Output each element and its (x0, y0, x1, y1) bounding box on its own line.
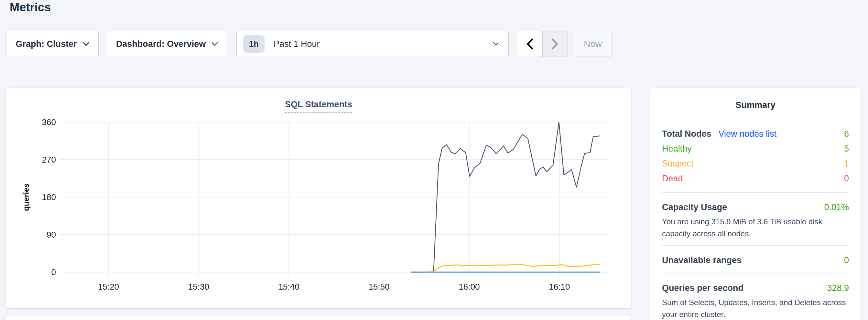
x-tick-label: 15:20 (98, 282, 119, 292)
y-tick-label: 180 (42, 192, 56, 202)
queries-per-second-label: Queries per second (662, 283, 743, 293)
chevron-down-icon (493, 42, 499, 46)
now-button[interactable]: Now (574, 31, 612, 57)
sql-statements-chart-card: 09018027036015:2015:3015:4015:5016:0016:… (6, 88, 631, 308)
capacity-usage-label: Capacity Usage (662, 202, 727, 212)
summary-divider (662, 245, 849, 246)
chart-title-wrap: SQL Statements (6, 100, 631, 113)
summary-panel: Summary Total Nodes View nodes list 6 He… (650, 88, 861, 320)
total-nodes-row: Total Nodes View nodes list 6 (662, 126, 849, 141)
unavailable-ranges-value: 0 (844, 255, 849, 265)
queries-per-second-description: Sum of Selects, Updates, Inserts, and De… (662, 296, 849, 320)
chevron-down-icon (212, 42, 218, 46)
graph-dropdown-label: Graph: Cluster (16, 39, 76, 49)
x-tick-label: 15:30 (188, 282, 209, 292)
page-title: Metrics (10, 1, 51, 14)
total-nodes-value: 6 (844, 129, 849, 139)
unavailable-ranges-label: Unavailable ranges (662, 255, 742, 265)
summary-divider (662, 192, 849, 193)
y-tick-label: 90 (46, 230, 56, 239)
next-chart-card (6, 316, 631, 320)
healthy-label: Healthy (662, 144, 692, 154)
healthy-value: 5 (844, 144, 849, 154)
graph-dropdown[interactable]: Graph: Cluster (6, 31, 99, 57)
queries-per-second-row: Queries per second 328.9 (662, 283, 849, 293)
y-tick-label: 0 (52, 267, 56, 277)
healthy-nodes-row: Healthy 5 (662, 141, 849, 156)
summary-title: Summary (662, 100, 849, 110)
suspect-nodes-row: Suspect 1 (662, 156, 849, 171)
time-range-badge: 1h (243, 35, 265, 53)
metrics-page: Metrics Graph: Cluster Dashboard: Overvi… (0, 0, 868, 320)
dead-nodes-row: Dead 0 (662, 171, 849, 186)
chevron-down-icon (83, 42, 89, 46)
unavailable-ranges-row: Unavailable ranges 0 (662, 255, 849, 265)
chart-title[interactable]: SQL Statements (285, 100, 352, 113)
time-range-label: Past 1 Hour (274, 39, 320, 49)
y-tick-label: 360 (42, 117, 56, 127)
dead-value: 0 (844, 173, 849, 184)
queries-per-second-value: 328.9 (827, 283, 849, 293)
suspect-value: 1 (844, 159, 849, 169)
capacity-usage-description: You are using 315.9 MiB of 3.6 TiB usabl… (662, 216, 849, 239)
sql-statements-chart[interactable]: 09018027036015:2015:3015:4015:5016:0016:… (6, 88, 631, 308)
x-tick-label: 15:50 (368, 282, 390, 292)
prev-time-button[interactable] (517, 31, 542, 57)
next-time-button[interactable] (542, 31, 568, 57)
chevron-right-icon (551, 38, 559, 50)
total-nodes-label: Total Nodes (662, 129, 711, 139)
dashboard-dropdown-label: Dashboard: Overview (116, 39, 206, 49)
view-nodes-list-link[interactable]: View nodes list (719, 129, 777, 139)
time-nav-buttons (517, 31, 568, 57)
time-range-selector[interactable]: 1h Past 1 Hour (237, 31, 509, 57)
summary-divider (662, 273, 849, 274)
capacity-usage-row: Capacity Usage 0.01% (662, 202, 849, 212)
chevron-left-icon (526, 38, 533, 50)
x-tick-label: 15:40 (278, 282, 300, 292)
suspect-label: Suspect (662, 159, 694, 169)
x-tick-label: 16:10 (549, 282, 570, 292)
x-tick-label: 16:00 (459, 282, 479, 292)
dashboard-dropdown[interactable]: Dashboard: Overview (107, 31, 227, 57)
capacity-usage-value: 0.01% (824, 202, 849, 212)
y-axis-label: queries (22, 183, 30, 211)
dead-label: Dead (662, 173, 683, 184)
controls-row: Graph: Cluster Dashboard: Overview 1h Pa… (0, 31, 868, 57)
yellow-series-line (411, 264, 600, 273)
y-tick-label: 270 (42, 155, 56, 164)
